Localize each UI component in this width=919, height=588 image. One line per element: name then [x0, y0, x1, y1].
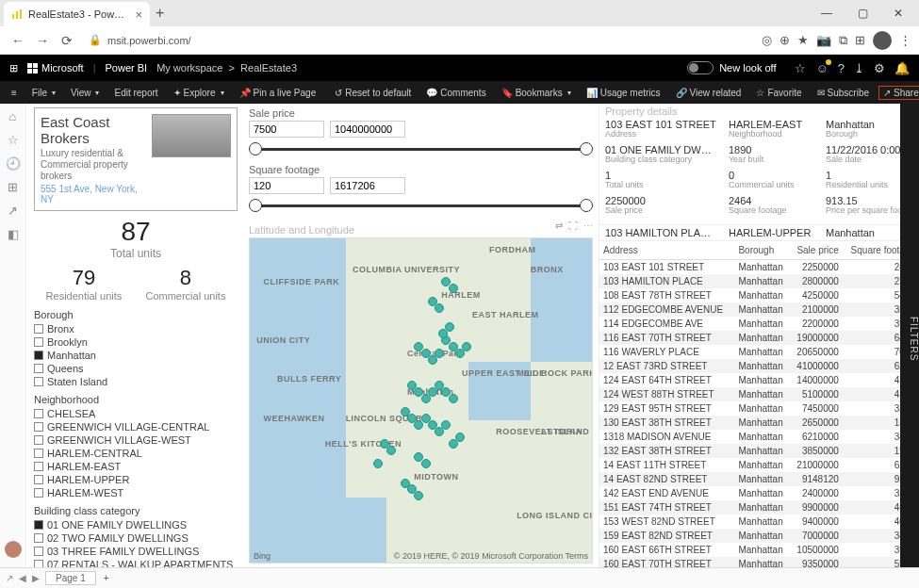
table-row[interactable]: 14 EAST 82ND STREETManhattan91481209300 [599, 472, 919, 486]
feedback-icon[interactable]: ☺ [815, 61, 828, 75]
table-header[interactable]: Borough [734, 241, 790, 260]
map-visual[interactable]: Bing © 2019 HERE, © 2019 Microsoft Corpo… [249, 237, 593, 564]
apps-icon[interactable]: ⊞ [8, 180, 18, 194]
slider-thumb-max[interactable] [580, 199, 593, 212]
map-data-point[interactable] [449, 284, 458, 293]
download-icon[interactable]: ⤓ [854, 61, 864, 75]
related-button[interactable]: 🔗 View related [670, 88, 747, 98]
neighborhood-slicer-item[interactable]: HARLEM-EAST [34, 460, 238, 473]
extension-icon[interactable]: ⧉ [839, 33, 847, 48]
drill-icon[interactable]: ⇄ [555, 220, 563, 231]
user-avatar[interactable] [5, 541, 22, 558]
profile-avatar[interactable] [873, 31, 892, 50]
product-label[interactable]: Power BI [105, 62, 147, 74]
table-row[interactable]: 129 EAST 95TH STREETManhattan74500003536 [599, 401, 919, 416]
minimize-button[interactable]: — [810, 0, 844, 26]
share-button[interactable]: ↗ Share [878, 86, 919, 100]
new-look-toggle[interactable]: New look off [687, 61, 776, 74]
table-row[interactable]: 142 EAST END AVENUEManhattan24000003507 [599, 486, 919, 500]
menu-icon[interactable]: ≡ [6, 88, 23, 98]
neighborhood-slicer-item[interactable]: HARLEM-CENTRAL [34, 447, 238, 460]
add-page-button[interactable]: + [104, 573, 109, 583]
table-row[interactable]: 108 EAST 78TH STREETManhattan42500005436 [599, 288, 919, 302]
neighborhood-slicer-item[interactable]: CHELSEA [34, 407, 238, 420]
kebab-icon[interactable]: ⋮ [899, 33, 911, 47]
next-page-icon[interactable]: ▶ [32, 573, 40, 583]
favorite-button[interactable]: ☆ Favorite [750, 88, 807, 98]
map-data-point[interactable] [441, 420, 451, 430]
table-row[interactable]: 153 WEST 82ND STREETManhattan94000004092 [599, 514, 919, 529]
filters-pane-toggle[interactable]: FILTERS [900, 104, 919, 567]
page-tab[interactable]: Page 1 [45, 571, 96, 585]
sale-min-input[interactable] [249, 121, 324, 138]
new-tab-button[interactable]: + [156, 5, 164, 22]
map-data-point[interactable] [435, 349, 444, 358]
table-row[interactable]: 116 EAST 70TH STREETManhattan19000000648… [599, 331, 919, 345]
table-row[interactable]: 112 EDGECOMBE AVENUEManhattan21000003591 [599, 302, 919, 317]
favorites-icon[interactable]: ☆ [8, 133, 19, 147]
file-menu[interactable]: File▾ [26, 88, 61, 98]
map-data-point[interactable] [445, 322, 454, 332]
star-icon[interactable]: ☆ [795, 61, 806, 75]
map-data-point[interactable] [386, 446, 396, 455]
slider-thumb-max[interactable] [580, 142, 593, 155]
prev-page-icon[interactable]: ◀ [19, 573, 26, 583]
data-table[interactable]: AddressBoroughSale priceSquare footage 1… [599, 240, 919, 567]
subscribe-button[interactable]: ✉ Subscribe [812, 88, 875, 98]
edit-report-button[interactable]: Edit report [108, 88, 163, 98]
help-icon[interactable]: ? [838, 61, 845, 75]
map-data-point[interactable] [414, 491, 423, 500]
comments-button[interactable]: 💬 Comments [420, 88, 491, 98]
table-row[interactable]: 132 EAST 38TH STREETManhattan38500001920 [599, 444, 919, 458]
map-data-point[interactable] [462, 342, 471, 351]
more-icon[interactable]: ⋯ [583, 220, 593, 231]
recent-icon[interactable]: 🕘 [6, 156, 21, 171]
notifications-icon[interactable]: 🔔 [894, 61, 910, 75]
table-row[interactable]: 160 EAST 70TH STREETManhattan93500005994 [599, 557, 919, 567]
usage-button[interactable]: 📊 Usage metrics [581, 88, 666, 98]
bookmarks-menu[interactable]: 🔖 Bookmarks▾ [496, 88, 577, 98]
map-data-point[interactable] [435, 303, 444, 313]
bcc-slicer-item[interactable]: 07 RENTALS - WALKUP APARTMENTS [34, 558, 238, 567]
borough-slicer-item[interactable]: Bronx [34, 322, 238, 335]
table-row[interactable]: 130 EAST 38TH STREETManhattan26500001824 [599, 416, 919, 430]
table-row[interactable]: 124 WEST 88TH STREETManhattan51000004586 [599, 387, 919, 401]
slider-thumb-min[interactable] [249, 199, 262, 212]
breadcrumb-workspace[interactable]: My workspace [156, 62, 222, 74]
browser-tab[interactable]: RealEstate3 - Power BI × [4, 2, 150, 26]
close-icon[interactable]: × [135, 8, 142, 22]
reset-button[interactable]: ↺ Reset to default [329, 88, 417, 98]
table-row[interactable]: 12 EAST 73RD STREETManhattan410000006230 [599, 359, 919, 373]
bcc-slicer-item[interactable]: 03 THREE FAMILY DWELLINGS [34, 545, 238, 558]
extension-icon[interactable]: ◎ [762, 33, 772, 47]
pin-page-button[interactable]: 📌 Pin a live Page [234, 88, 322, 98]
table-row[interactable]: 103 EAST 101 STREETManhattan22500002464 [599, 260, 919, 275]
bcc-slicer-item[interactable]: 02 TWO FAMILY DWELLINGS [34, 531, 238, 545]
gear-icon[interactable]: ⚙ [874, 61, 885, 75]
maximize-button[interactable]: ▢ [845, 0, 879, 26]
app-launcher-icon[interactable]: ⊞ [9, 62, 18, 74]
neighborhood-slicer-item[interactable]: GREENWICH VILLAGE-CENTRAL [34, 420, 238, 433]
sqft-max-input[interactable] [330, 177, 405, 194]
explore-menu[interactable]: ✦ Explore▾ [168, 88, 230, 98]
map-data-point[interactable] [421, 459, 431, 468]
table-row[interactable]: 159 EAST 82ND STREETManhattan70000003420 [599, 529, 919, 543]
neighborhood-slicer-item[interactable]: HARLEM-WEST [34, 486, 238, 499]
sqft-min-input[interactable] [249, 177, 324, 194]
table-row[interactable]: 160 EAST 66TH STREETManhattan10500000396… [599, 543, 919, 557]
map-data-point[interactable] [449, 394, 458, 403]
forward-button[interactable]: → [32, 33, 53, 48]
neighborhood-slicer-item[interactable]: GREENWICH VILLAGE-WEST [34, 433, 238, 447]
table-row[interactable]: 116 WAVERLY PLACEManhattan206500007000 [599, 345, 919, 359]
url-field[interactable]: 🔒 msit.powerbi.com/ [81, 34, 758, 46]
extension-icon[interactable]: 📷 [816, 33, 831, 47]
map-data-point[interactable] [455, 433, 465, 442]
table-header[interactable]: Address [599, 241, 734, 260]
table-row[interactable]: 14 EAST 11TH STREETManhattan210000006202 [599, 458, 919, 472]
sale-max-input[interactable] [330, 121, 405, 138]
share-icon[interactable]: ↗ [8, 204, 18, 218]
table-row[interactable]: 124 EAST 64TH STREETManhattan14000000450… [599, 373, 919, 387]
focus-icon[interactable]: ⛶ [568, 220, 578, 231]
view-menu[interactable]: View▾ [65, 88, 106, 98]
map-data-point[interactable] [373, 459, 383, 468]
